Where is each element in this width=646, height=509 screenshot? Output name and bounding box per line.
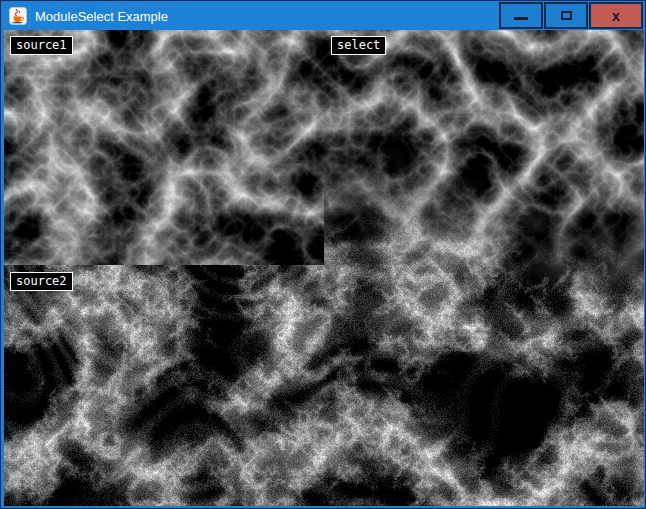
module-preview-area: source1 select source2 [4,30,644,506]
titlebar[interactable]: ModuleSelect Example x [2,2,644,30]
select-label: select [331,36,386,55]
minimize-button[interactable] [499,2,543,29]
window-title: ModuleSelect Example [35,9,168,24]
minimize-dash-icon [514,17,528,20]
close-x-icon: x [612,9,620,23]
maximize-square-icon [561,11,572,20]
source2-label: source2 [10,272,73,291]
noise-render-canvas [4,30,644,506]
close-button[interactable]: x [589,2,643,29]
window-controls: x [498,2,643,30]
maximize-button[interactable] [544,2,588,29]
app-window: ModuleSelect Example x source1 select so… [0,0,646,509]
java-coffee-cup-icon[interactable] [9,7,27,25]
source1-label: source1 [10,36,73,55]
